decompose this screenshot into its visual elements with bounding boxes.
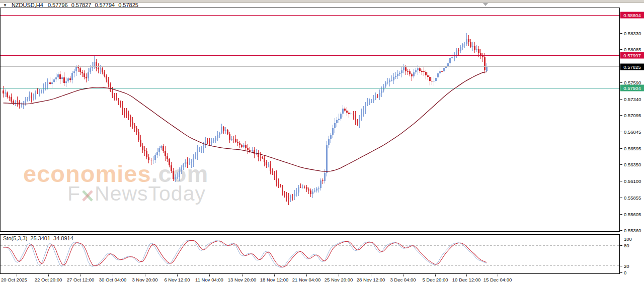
stochastic-k-value: 25.3401 [30, 235, 50, 241]
time-axis-tickmark [113, 274, 113, 276]
stochastic-axis-label: 100 [624, 236, 632, 242]
quote-close: 0.57825 [118, 2, 138, 8]
stochastic-name: Sto(5,3,3) [3, 235, 27, 241]
time-axis-tickmark [209, 274, 210, 276]
price-axis-label: 0.56350 [624, 162, 641, 167]
time-axis-tickmark [17, 274, 17, 276]
price-axis-tickmark [620, 148, 622, 149]
price-axis-tickmark [620, 115, 622, 116]
stochastic-axis-tickmark [620, 239, 622, 239]
stochastic-d-value: 34.8914 [53, 235, 73, 241]
price-axis-label: 0.57095 [624, 113, 641, 118]
time-axis-tickmark [403, 274, 404, 276]
time-axis-label: 10 Dec 12:00 [452, 277, 481, 282]
price-axis-label: 0.55360 [624, 227, 641, 233]
price-axis-tickmark [620, 181, 622, 181]
time-axis-tickmark [145, 274, 145, 276]
price-axis-label: 0.58085 [624, 47, 641, 52]
price-level-badge: 0.58604 [620, 12, 644, 19]
time-axis-label: 15 Dec 04:00 [484, 277, 512, 282]
time-axis-tickmark [274, 274, 275, 276]
price-axis-tickmark [620, 164, 622, 165]
time-axis-tickmark [177, 274, 178, 276]
time-axis-label: 27 Oct 12:00 [67, 277, 94, 282]
time-axis-tickmark [80, 274, 81, 276]
time-axis-tickmark [435, 274, 436, 276]
price-axis-tickmark [620, 33, 622, 34]
stochastic-axis-label: 20 [624, 263, 629, 268]
stochastic-axis-label: 0 [624, 270, 626, 275]
quote-open: 0.57796 [48, 2, 68, 8]
time-axis-label: 3 Dec 04:00 [390, 277, 416, 282]
time-axis-label: 28 Nov 12:00 [357, 277, 385, 282]
indicator-panel-frame [0, 234, 620, 274]
time-axis-tickmark [48, 274, 49, 276]
price-axis-label: 0.57340 [624, 96, 641, 102]
dropdown-arrow-icon[interactable]: ▼ [3, 3, 7, 8]
time-axis-label: 3 Nov 20:00 [132, 277, 157, 282]
time-axis-tickmark [498, 274, 498, 276]
time-axis-label: 5 Dec 20:00 [422, 277, 448, 282]
time-axis-label: 20 Oct 2025 [1, 277, 27, 282]
time-axis-label: 30 Oct 04:00 [99, 277, 126, 282]
price-axis-label: 0.55605 [624, 211, 641, 217]
stochastic-axis-label: 80 [624, 243, 629, 248]
time-axis-tickmark [339, 274, 339, 276]
quote-low: 0.57794 [95, 2, 115, 8]
time-axis-tickmark [371, 274, 371, 276]
price-axis-label: 0.58330 [624, 31, 641, 36]
price-axis-tickmark [620, 198, 622, 198]
time-axis-tickmark [242, 274, 243, 276]
chart-shift-marker-icon[interactable] [482, 3, 489, 6]
time-axis-label: 21 Nov 04:00 [292, 277, 321, 282]
price-axis-label: 0.56100 [624, 178, 641, 184]
price-axis-label: 0.56595 [624, 146, 641, 151]
symbol-timeframe-label: NZDUSD,H4 [12, 2, 43, 8]
price-axis-tickmark [620, 132, 622, 132]
time-axis-label: 11 Nov 04:00 [195, 277, 223, 282]
time-axis-label: 6 Nov 12:00 [164, 277, 190, 282]
price-level-badge: 0.57504 [620, 85, 644, 91]
time-axis-tickmark [306, 274, 307, 276]
price-axis-tickmark [620, 230, 622, 231]
stochastic-axis-tickmark [620, 266, 622, 266]
price-axis-label: 0.55855 [624, 195, 641, 200]
stochastic-axis-tickmark [620, 272, 622, 273]
time-axis-label: 13 Nov 20:00 [228, 277, 257, 282]
time-axis-tickmark [466, 274, 467, 276]
stochastic-label: Sto(5,3,3) 25.3401 34.8914 [3, 235, 73, 241]
time-axis-label: 25 Nov 20:00 [325, 277, 353, 282]
main-chart-frame [0, 8, 620, 232]
price-axis-tickmark [620, 214, 622, 215]
price-level-badge: 0.57825 [620, 63, 644, 70]
quote-header: ▼ NZDUSD,H4 0.57796 0.57827 0.57794 0.57… [3, 2, 138, 8]
price-axis-tickmark [620, 82, 622, 83]
time-axis-label: 22 Oct 20:00 [35, 277, 62, 282]
price-level-badge: 0.57997 [620, 52, 644, 59]
stochastic-axis-tickmark [620, 245, 622, 246]
price-axis-tickmark [620, 49, 622, 50]
price-axis-label: 0.57590 [624, 79, 641, 85]
price-axis-label: 0.56845 [624, 129, 641, 135]
price-axis-tickmark [620, 99, 622, 100]
quote-high: 0.57827 [71, 2, 92, 8]
time-axis-label: 18 Nov 12:00 [260, 277, 289, 282]
chart-window: ▼ NZDUSD,H4 0.57796 0.57827 0.57794 0.57… [0, 0, 644, 285]
